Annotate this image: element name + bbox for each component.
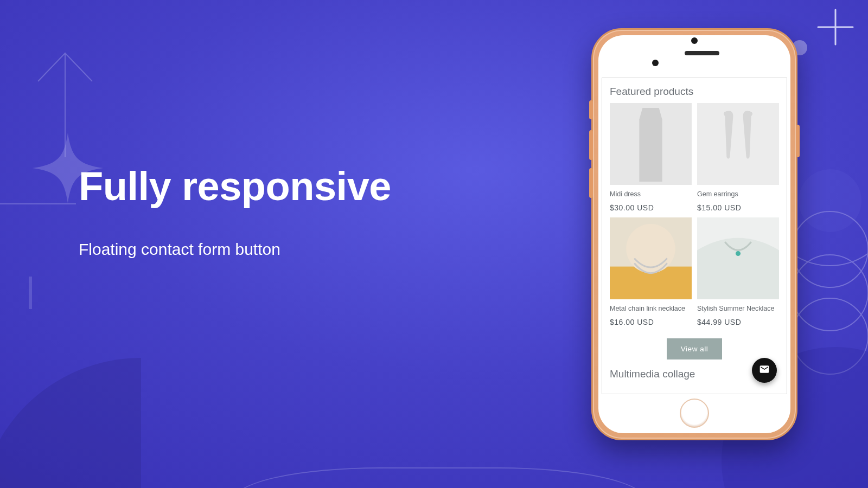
product-image	[610, 103, 692, 185]
svg-point-14	[736, 251, 741, 256]
product-card[interactable]: Stylish Summer Necklace $44.99 USD	[697, 217, 779, 326]
section-heading: Featured products	[610, 86, 779, 98]
decor-line	[29, 277, 32, 483]
product-card[interactable]: Midi dress $30.00 USD	[610, 103, 692, 212]
view-all-button[interactable]: View all	[667, 338, 722, 359]
phone-side-button	[589, 168, 593, 198]
proximity-sensor-icon	[691, 37, 698, 44]
product-card[interactable]: Metal chain link necklace $16.00 USD	[610, 217, 692, 326]
contact-fab[interactable]	[752, 358, 777, 383]
phone-side-button	[589, 130, 593, 160]
svg-point-2	[799, 169, 861, 232]
decor-quarter	[0, 358, 141, 488]
svg-point-5	[792, 255, 868, 331]
envelope-icon	[759, 364, 770, 377]
phone-screen[interactable]: Featured products Midi dress $30.00 USD	[602, 78, 787, 394]
phone-side-button	[589, 100, 593, 119]
product-image	[697, 103, 779, 185]
svg-point-6	[792, 298, 868, 374]
camera-icon	[652, 60, 659, 66]
phone-notch	[598, 45, 790, 61]
product-name: Midi dress	[610, 190, 692, 198]
product-price: $15.00 USD	[697, 203, 779, 212]
product-image	[610, 217, 692, 299]
speaker-icon	[685, 51, 719, 55]
promo-slide: Fully responsive Floating contact form b…	[0, 0, 868, 488]
phone-mockup: Featured products Midi dress $30.00 USD	[591, 28, 797, 440]
decor-arrow-up	[33, 49, 98, 157]
product-name: Stylish Summer Necklace	[697, 305, 779, 312]
product-image	[697, 217, 779, 299]
product-card[interactable]: Gem earrings $15.00 USD	[697, 103, 779, 212]
hero-copy: Fully responsive Floating contact form b…	[79, 165, 491, 259]
product-name: Gem earrings	[697, 190, 779, 198]
svg-point-12	[626, 224, 675, 273]
phone-side-button	[796, 125, 800, 157]
hero-subtitle: Floating contact form button	[79, 240, 491, 259]
product-grid: Midi dress $30.00 USD Gem earrings $15.0…	[602, 103, 787, 326]
svg-point-4	[792, 211, 868, 287]
home-button[interactable]	[680, 399, 709, 428]
hero-title: Fully responsive	[79, 165, 491, 208]
product-name: Metal chain link necklace	[610, 305, 692, 312]
product-price: $16.00 USD	[610, 318, 692, 326]
decor-line	[0, 203, 76, 206]
svg-rect-9	[697, 103, 779, 185]
product-price: $30.00 USD	[610, 203, 692, 212]
decor-plus-icon	[814, 5, 857, 49]
product-price: $44.99 USD	[697, 318, 779, 326]
decor-arc	[233, 467, 646, 488]
